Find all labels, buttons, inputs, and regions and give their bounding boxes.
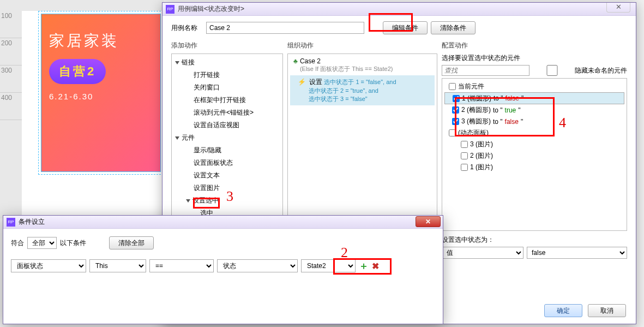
case-action[interactable]: ⚡设置 选中状态于 1 = "false", and 选中状态于 2 = "tr…	[290, 75, 435, 105]
case-name-label: 用例名称	[171, 23, 203, 33]
widget-tree-row[interactable]: 2 (图片)	[444, 150, 624, 162]
cond-target-select[interactable]: This	[89, 259, 146, 272]
banner-pill: 自营2	[49, 59, 106, 84]
banner-title: 家居家装	[41, 14, 160, 51]
widget-tree-row[interactable]: 3 (图片)	[444, 139, 624, 150]
tree-item[interactable]: 滚动到元件<锚链接>	[173, 106, 281, 119]
tree-item[interactable]: 关闭窗口	[173, 81, 281, 94]
canvas-area: 100200300400 家居家装 自营2 6.21-6.30	[0, 0, 164, 218]
match-mode-select[interactable]: 全部	[27, 237, 57, 249]
condition-titlebar[interactable]: RP 条件设立	[3, 216, 443, 229]
cond-operator-select[interactable]: ==	[149, 259, 214, 272]
bolt-icon: ⚡	[298, 78, 306, 86]
clear-all-button[interactable]: 清除全部	[109, 236, 154, 249]
annotation-box	[455, 97, 555, 136]
tree-group-set-selected[interactable]: 设置选中	[173, 194, 281, 207]
set-state-label: 设置选中状态为：	[442, 235, 627, 245]
add-action-label: 添加动作	[171, 41, 283, 50]
hide-unnamed-label: 隐藏未命名的元件	[575, 66, 627, 75]
tree-item[interactable]: 设置文本	[173, 169, 281, 182]
cond-field-select[interactable]: 面板状态	[11, 259, 86, 272]
ruler-vertical: 100200300400	[0, 11, 22, 218]
tree-item[interactable]: 在框架中打开链接	[173, 94, 281, 106]
cancel-button[interactable]: 取消	[588, 304, 626, 317]
tree-item[interactable]: 显示/隐藏	[173, 144, 281, 157]
annotation-box	[333, 258, 392, 275]
widget-tree-row[interactable]: 1 (图片)	[444, 162, 624, 173]
value-type-select[interactable]: 值	[442, 247, 523, 259]
tree-group-link[interactable]: 链接	[173, 56, 281, 69]
hide-unnamed-checkbox[interactable]	[533, 65, 571, 76]
dialog-title: 用例编辑<状态改变时>	[178, 4, 244, 14]
condition-title: 条件设立	[19, 217, 45, 227]
widget-tree-row[interactable]: 当前元件	[444, 81, 624, 92]
match-label: 符合	[11, 239, 24, 248]
clear-condition-button[interactable]: 清除条件	[431, 21, 476, 34]
app-icon: RP	[166, 5, 174, 14]
ok-button[interactable]: 确定	[544, 304, 582, 317]
annotation-box	[193, 198, 220, 209]
tree-item[interactable]: 打开链接	[173, 69, 281, 81]
case-name-input[interactable]	[206, 22, 364, 34]
banner-widget[interactable]: 家居家装 自营2 6.21-6.30	[41, 14, 161, 172]
following-label: 以下条件	[60, 239, 86, 248]
condition-close-button[interactable]: ✕	[416, 216, 441, 227]
tree-item[interactable]: 设置图片	[173, 182, 281, 194]
banner-dates: 6.21-6.30	[41, 84, 160, 101]
value-select[interactable]: false	[527, 247, 627, 259]
organize-action-label: 组织动作	[287, 41, 437, 50]
case-header[interactable]: ♣ Case 2 (Else If 面板状态于 This == State2)	[290, 56, 435, 74]
close-button[interactable]: ✕	[606, 3, 630, 13]
app-icon: RP	[7, 218, 15, 227]
annotation-box	[369, 13, 413, 32]
ruler-horizontal	[0, 0, 164, 11]
cond-type-select[interactable]: 状态	[217, 259, 298, 272]
tree-item[interactable]: 设置面板状态	[173, 157, 281, 169]
tree-item[interactable]: 设置自适应视图	[173, 119, 281, 132]
config-widget-label: 选择要设置选中状态的元件	[442, 53, 627, 63]
search-input[interactable]	[442, 65, 529, 76]
tree-group-widget[interactable]: 元件	[173, 132, 281, 144]
config-action-label: 配置动作	[442, 41, 627, 50]
